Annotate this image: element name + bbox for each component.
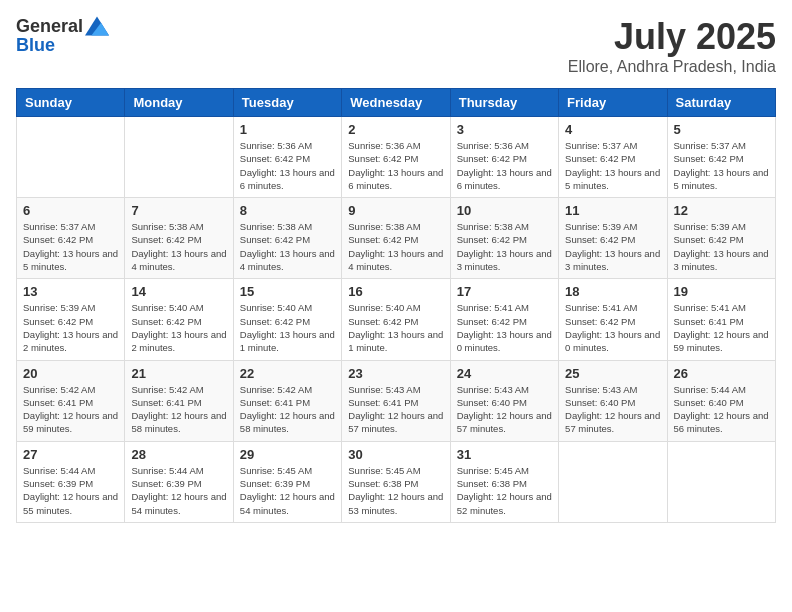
day-number: 10: [457, 203, 552, 218]
day-number: 8: [240, 203, 335, 218]
weekday-header-saturday: Saturday: [667, 89, 775, 117]
weekday-header-thursday: Thursday: [450, 89, 558, 117]
calendar-cell: 26Sunrise: 5:44 AM Sunset: 6:40 PM Dayli…: [667, 360, 775, 441]
calendar-cell: 8Sunrise: 5:38 AM Sunset: 6:42 PM Daylig…: [233, 198, 341, 279]
day-info: Sunrise: 5:38 AM Sunset: 6:42 PM Dayligh…: [457, 220, 552, 273]
week-row-3: 13Sunrise: 5:39 AM Sunset: 6:42 PM Dayli…: [17, 279, 776, 360]
calendar-cell: 11Sunrise: 5:39 AM Sunset: 6:42 PM Dayli…: [559, 198, 667, 279]
calendar-cell: 9Sunrise: 5:38 AM Sunset: 6:42 PM Daylig…: [342, 198, 450, 279]
day-info: Sunrise: 5:41 AM Sunset: 6:41 PM Dayligh…: [674, 301, 769, 354]
calendar-cell: 29Sunrise: 5:45 AM Sunset: 6:39 PM Dayli…: [233, 441, 341, 522]
day-info: Sunrise: 5:45 AM Sunset: 6:39 PM Dayligh…: [240, 464, 335, 517]
calendar-cell: [17, 117, 125, 198]
day-number: 2: [348, 122, 443, 137]
calendar-cell: 10Sunrise: 5:38 AM Sunset: 6:42 PM Dayli…: [450, 198, 558, 279]
day-number: 13: [23, 284, 118, 299]
day-info: Sunrise: 5:41 AM Sunset: 6:42 PM Dayligh…: [457, 301, 552, 354]
day-number: 31: [457, 447, 552, 462]
day-info: Sunrise: 5:38 AM Sunset: 6:42 PM Dayligh…: [240, 220, 335, 273]
calendar-cell: 15Sunrise: 5:40 AM Sunset: 6:42 PM Dayli…: [233, 279, 341, 360]
calendar-cell: 23Sunrise: 5:43 AM Sunset: 6:41 PM Dayli…: [342, 360, 450, 441]
calendar-cell: 19Sunrise: 5:41 AM Sunset: 6:41 PM Dayli…: [667, 279, 775, 360]
calendar-cell: 24Sunrise: 5:43 AM Sunset: 6:40 PM Dayli…: [450, 360, 558, 441]
day-info: Sunrise: 5:41 AM Sunset: 6:42 PM Dayligh…: [565, 301, 660, 354]
calendar-cell: 28Sunrise: 5:44 AM Sunset: 6:39 PM Dayli…: [125, 441, 233, 522]
day-number: 5: [674, 122, 769, 137]
day-number: 24: [457, 366, 552, 381]
week-row-4: 20Sunrise: 5:42 AM Sunset: 6:41 PM Dayli…: [17, 360, 776, 441]
calendar-cell: 12Sunrise: 5:39 AM Sunset: 6:42 PM Dayli…: [667, 198, 775, 279]
day-number: 3: [457, 122, 552, 137]
day-number: 14: [131, 284, 226, 299]
weekday-header-monday: Monday: [125, 89, 233, 117]
logo-general: General: [16, 17, 83, 35]
day-info: Sunrise: 5:44 AM Sunset: 6:40 PM Dayligh…: [674, 383, 769, 436]
day-info: Sunrise: 5:44 AM Sunset: 6:39 PM Dayligh…: [23, 464, 118, 517]
day-info: Sunrise: 5:39 AM Sunset: 6:42 PM Dayligh…: [674, 220, 769, 273]
day-info: Sunrise: 5:43 AM Sunset: 6:41 PM Dayligh…: [348, 383, 443, 436]
day-number: 11: [565, 203, 660, 218]
day-info: Sunrise: 5:45 AM Sunset: 6:38 PM Dayligh…: [348, 464, 443, 517]
calendar-cell: 20Sunrise: 5:42 AM Sunset: 6:41 PM Dayli…: [17, 360, 125, 441]
calendar-cell: 3Sunrise: 5:36 AM Sunset: 6:42 PM Daylig…: [450, 117, 558, 198]
weekday-header-row: SundayMondayTuesdayWednesdayThursdayFrid…: [17, 89, 776, 117]
day-info: Sunrise: 5:38 AM Sunset: 6:42 PM Dayligh…: [131, 220, 226, 273]
day-number: 6: [23, 203, 118, 218]
day-number: 1: [240, 122, 335, 137]
week-row-5: 27Sunrise: 5:44 AM Sunset: 6:39 PM Dayli…: [17, 441, 776, 522]
calendar-cell: 31Sunrise: 5:45 AM Sunset: 6:38 PM Dayli…: [450, 441, 558, 522]
day-number: 18: [565, 284, 660, 299]
day-number: 29: [240, 447, 335, 462]
calendar-cell: 6Sunrise: 5:37 AM Sunset: 6:42 PM Daylig…: [17, 198, 125, 279]
day-info: Sunrise: 5:42 AM Sunset: 6:41 PM Dayligh…: [240, 383, 335, 436]
month-title: July 2025: [568, 16, 776, 58]
day-info: Sunrise: 5:42 AM Sunset: 6:41 PM Dayligh…: [23, 383, 118, 436]
weekday-header-friday: Friday: [559, 89, 667, 117]
day-number: 22: [240, 366, 335, 381]
day-info: Sunrise: 5:40 AM Sunset: 6:42 PM Dayligh…: [348, 301, 443, 354]
day-number: 20: [23, 366, 118, 381]
day-number: 30: [348, 447, 443, 462]
logo-icon: [85, 16, 109, 36]
calendar-cell: 13Sunrise: 5:39 AM Sunset: 6:42 PM Dayli…: [17, 279, 125, 360]
day-info: Sunrise: 5:36 AM Sunset: 6:42 PM Dayligh…: [348, 139, 443, 192]
day-info: Sunrise: 5:36 AM Sunset: 6:42 PM Dayligh…: [240, 139, 335, 192]
day-number: 23: [348, 366, 443, 381]
location-title: Ellore, Andhra Pradesh, India: [568, 58, 776, 76]
day-number: 15: [240, 284, 335, 299]
calendar-cell: [125, 117, 233, 198]
calendar-cell: 16Sunrise: 5:40 AM Sunset: 6:42 PM Dayli…: [342, 279, 450, 360]
calendar-cell: 4Sunrise: 5:37 AM Sunset: 6:42 PM Daylig…: [559, 117, 667, 198]
calendar-cell: 2Sunrise: 5:36 AM Sunset: 6:42 PM Daylig…: [342, 117, 450, 198]
day-number: 16: [348, 284, 443, 299]
day-number: 12: [674, 203, 769, 218]
day-info: Sunrise: 5:44 AM Sunset: 6:39 PM Dayligh…: [131, 464, 226, 517]
day-info: Sunrise: 5:37 AM Sunset: 6:42 PM Dayligh…: [674, 139, 769, 192]
calendar-cell: 7Sunrise: 5:38 AM Sunset: 6:42 PM Daylig…: [125, 198, 233, 279]
day-number: 26: [674, 366, 769, 381]
day-info: Sunrise: 5:42 AM Sunset: 6:41 PM Dayligh…: [131, 383, 226, 436]
calendar-cell: 21Sunrise: 5:42 AM Sunset: 6:41 PM Dayli…: [125, 360, 233, 441]
day-number: 4: [565, 122, 660, 137]
day-info: Sunrise: 5:39 AM Sunset: 6:42 PM Dayligh…: [23, 301, 118, 354]
day-number: 28: [131, 447, 226, 462]
day-number: 25: [565, 366, 660, 381]
week-row-1: 1Sunrise: 5:36 AM Sunset: 6:42 PM Daylig…: [17, 117, 776, 198]
day-number: 7: [131, 203, 226, 218]
calendar-cell: 14Sunrise: 5:40 AM Sunset: 6:42 PM Dayli…: [125, 279, 233, 360]
day-number: 21: [131, 366, 226, 381]
day-info: Sunrise: 5:40 AM Sunset: 6:42 PM Dayligh…: [240, 301, 335, 354]
calendar-table: SundayMondayTuesdayWednesdayThursdayFrid…: [16, 88, 776, 523]
logo: General Blue: [16, 16, 109, 55]
calendar-cell: 25Sunrise: 5:43 AM Sunset: 6:40 PM Dayli…: [559, 360, 667, 441]
weekday-header-wednesday: Wednesday: [342, 89, 450, 117]
weekday-header-sunday: Sunday: [17, 89, 125, 117]
calendar-cell: 1Sunrise: 5:36 AM Sunset: 6:42 PM Daylig…: [233, 117, 341, 198]
page-header: General Blue July 2025 Ellore, Andhra Pr…: [16, 16, 776, 76]
day-number: 9: [348, 203, 443, 218]
calendar-cell: 30Sunrise: 5:45 AM Sunset: 6:38 PM Dayli…: [342, 441, 450, 522]
calendar-cell: 5Sunrise: 5:37 AM Sunset: 6:42 PM Daylig…: [667, 117, 775, 198]
day-info: Sunrise: 5:40 AM Sunset: 6:42 PM Dayligh…: [131, 301, 226, 354]
week-row-2: 6Sunrise: 5:37 AM Sunset: 6:42 PM Daylig…: [17, 198, 776, 279]
day-number: 17: [457, 284, 552, 299]
